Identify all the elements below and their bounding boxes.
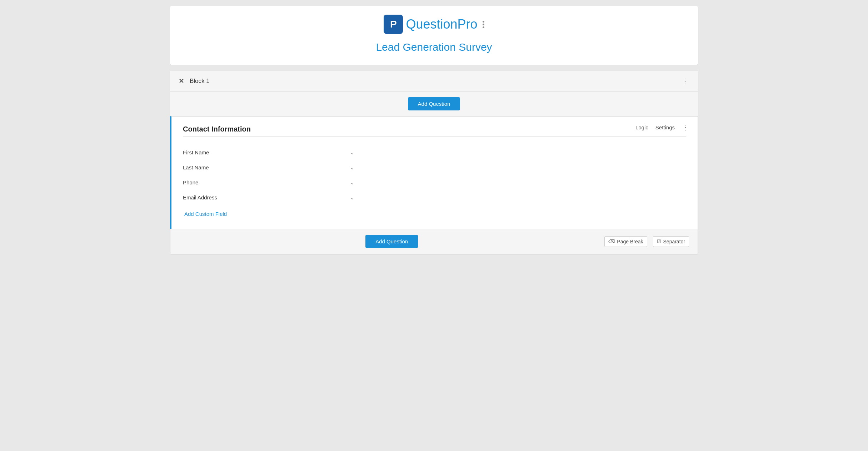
logo-dark-text: Question (406, 17, 457, 31)
field-row-first-name[interactable]: First Name ⌄ (183, 145, 354, 160)
contact-info-divider (183, 136, 686, 137)
header-card: P QuestionPro Lead Generation Survey (170, 6, 698, 65)
logo-letter: P (390, 19, 397, 30)
page-break-button[interactable]: ⌫ Page Break (604, 236, 647, 247)
question-more-icon[interactable]: ⋮ (682, 123, 689, 132)
question-card-actions: Logic Settings ⋮ (635, 123, 689, 132)
question-card: Logic Settings ⋮ Contact Information Fir… (170, 116, 698, 229)
separator-label: Separator (663, 239, 685, 244)
logo-blue-text: Pro (458, 17, 478, 31)
separator-button[interactable]: ☑ Separator (653, 236, 689, 247)
separator-icon: ☑ (657, 239, 661, 244)
logo-icon: P (384, 15, 403, 34)
add-question-button-top[interactable]: Add Question (408, 97, 460, 110)
logic-button[interactable]: Logic (635, 124, 648, 130)
page-break-label: Page Break (617, 239, 643, 244)
settings-button[interactable]: Settings (655, 124, 675, 130)
field-chevron-first-name: ⌄ (350, 150, 354, 155)
block-more-icon[interactable]: ⋮ (682, 77, 689, 85)
field-label-first-name: First Name (183, 149, 350, 155)
survey-title[interactable]: Lead Generation Survey (376, 41, 492, 53)
field-label-last-name: Last Name (183, 164, 350, 170)
field-chevron-email: ⌄ (350, 195, 354, 200)
block-title: Block 1 (190, 78, 210, 85)
logo-text: QuestionPro (406, 17, 477, 32)
logo-row: P QuestionPro (384, 15, 484, 34)
add-question-button-bottom[interactable]: Add Question (365, 235, 418, 248)
field-row-phone[interactable]: Phone ⌄ (183, 175, 354, 190)
field-label-email: Email Address (183, 194, 350, 200)
field-row-last-name[interactable]: Last Name ⌄ (183, 160, 354, 175)
bottom-bar: Add Question ⌫ Page Break ☑ Separator (170, 229, 698, 254)
bottom-bar-center: Add Question (179, 235, 604, 248)
contact-info-title: Contact Information (183, 125, 686, 133)
page-break-icon: ⌫ (608, 239, 615, 244)
add-custom-field-button[interactable]: Add Custom Field (183, 211, 227, 217)
add-question-bar-top: Add Question (170, 91, 698, 116)
fields-list: First Name ⌄ Last Name ⌄ Phone ⌄ Email A… (183, 145, 686, 205)
field-label-phone: Phone (183, 179, 350, 185)
field-chevron-phone: ⌄ (350, 180, 354, 185)
more-menu-icon[interactable] (483, 21, 484, 28)
field-chevron-last-name: ⌄ (350, 165, 354, 170)
field-row-email[interactable]: Email Address ⌄ (183, 190, 354, 205)
block-header: ✕ Block 1 ⋮ (170, 71, 698, 91)
bottom-bar-right: ⌫ Page Break ☑ Separator (604, 236, 689, 247)
block-section: ✕ Block 1 ⋮ Add Question Logic Settings … (170, 71, 698, 254)
block-collapse-icon[interactable]: ✕ (179, 77, 184, 85)
block-header-left: ✕ Block 1 (179, 77, 210, 85)
